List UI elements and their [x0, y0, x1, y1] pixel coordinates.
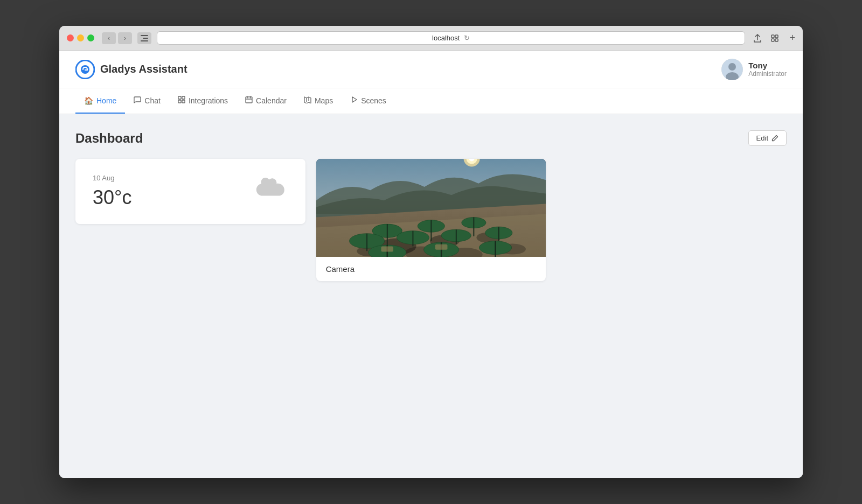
address-bar[interactable]: localhost ↻ [157, 31, 745, 45]
app-header: Gladys Assistant Tony Administrator [59, 51, 803, 88]
dashboard-title: Dashboard [75, 131, 143, 146]
forward-button[interactable]: › [118, 32, 132, 44]
svg-rect-1 [143, 38, 148, 39]
share-button[interactable] [750, 32, 764, 44]
app-name-text: Gladys Assistant [100, 63, 187, 75]
home-icon: 🏠 [84, 96, 93, 105]
back-button[interactable]: ‹ [102, 32, 116, 44]
nav-item-chat[interactable]: Chat [125, 88, 169, 114]
app-nav: 🏠 Home Chat [59, 88, 803, 114]
logo-icon [75, 60, 95, 79]
maps-icon [304, 96, 311, 105]
calendar-icon [245, 96, 253, 105]
svg-point-10 [728, 63, 736, 71]
nav-home-label: Home [96, 96, 116, 105]
svg-rect-13 [182, 96, 185, 99]
user-avatar [721, 59, 743, 80]
browser-window: ‹ › localhost ↻ [59, 26, 803, 478]
sidebar-toggle-button[interactable] [137, 32, 151, 44]
camera-label: Camera [316, 257, 546, 281]
main-content: Dashboard Edit 10 Aug 30°c [59, 114, 803, 478]
weather-icon-wrap [254, 177, 288, 207]
edit-label: Edit [756, 134, 768, 142]
edit-icon [771, 135, 778, 142]
edit-button[interactable]: Edit [748, 130, 787, 146]
traffic-light-green[interactable] [87, 34, 94, 41]
svg-rect-12 [178, 96, 181, 99]
weather-card: 10 Aug 30°c [75, 159, 305, 224]
weather-info: 10 Aug 30°c [93, 174, 131, 209]
traffic-light-red[interactable] [67, 34, 74, 41]
scenes-icon [350, 96, 358, 105]
traffic-light-yellow[interactable] [77, 34, 84, 41]
user-name: Tony [748, 61, 787, 70]
nav-scenes-label: Scenes [361, 96, 386, 105]
nav-chat-label: Chat [144, 96, 161, 105]
svg-rect-14 [178, 100, 181, 103]
url-text: localhost [432, 34, 460, 42]
nav-item-calendar[interactable]: Calendar [237, 88, 295, 114]
svg-rect-50 [316, 159, 546, 257]
svg-rect-5 [771, 39, 774, 41]
chat-icon [134, 96, 141, 105]
user-role: Administrator [748, 70, 787, 78]
nav-integrations-label: Integrations [189, 96, 228, 105]
nav-item-home[interactable]: 🏠 Home [75, 89, 125, 114]
svg-rect-15 [182, 100, 185, 103]
camera-scene-svg [316, 159, 546, 257]
reload-icon[interactable]: ↻ [464, 34, 470, 42]
camera-card: Camera [316, 159, 546, 281]
nav-item-scenes[interactable]: Scenes [342, 88, 395, 114]
app-logo: Gladys Assistant [75, 60, 187, 79]
user-details: Tony Administrator [748, 61, 787, 78]
browser-nav: ‹ › [102, 32, 132, 44]
fullscreen-button[interactable] [768, 32, 782, 44]
browser-chrome: ‹ › localhost ↻ [59, 26, 803, 51]
svg-rect-3 [771, 35, 774, 38]
weather-temp: 30°c [93, 186, 131, 209]
new-tab-button[interactable]: + [789, 32, 795, 44]
browser-actions [750, 32, 782, 44]
dashboard-grid: 10 Aug 30°c [75, 159, 787, 281]
svg-rect-4 [775, 35, 778, 38]
integrations-icon [178, 96, 185, 105]
dashboard-header: Dashboard Edit [75, 130, 787, 146]
nav-item-integrations[interactable]: Integrations [169, 88, 237, 114]
svg-rect-0 [141, 35, 148, 36]
svg-rect-6 [775, 39, 778, 41]
traffic-lights [67, 34, 94, 41]
nav-calendar-label: Calendar [256, 96, 287, 105]
nav-maps-label: Maps [315, 96, 333, 105]
cloud-icon [254, 177, 288, 202]
user-info: Tony Administrator [721, 59, 787, 80]
svg-rect-2 [141, 40, 148, 41]
camera-image [316, 159, 546, 257]
app-content: Gladys Assistant Tony Administrator [59, 51, 803, 478]
weather-date: 10 Aug [93, 174, 131, 182]
svg-rect-16 [246, 97, 252, 103]
nav-item-maps[interactable]: Maps [295, 88, 342, 114]
